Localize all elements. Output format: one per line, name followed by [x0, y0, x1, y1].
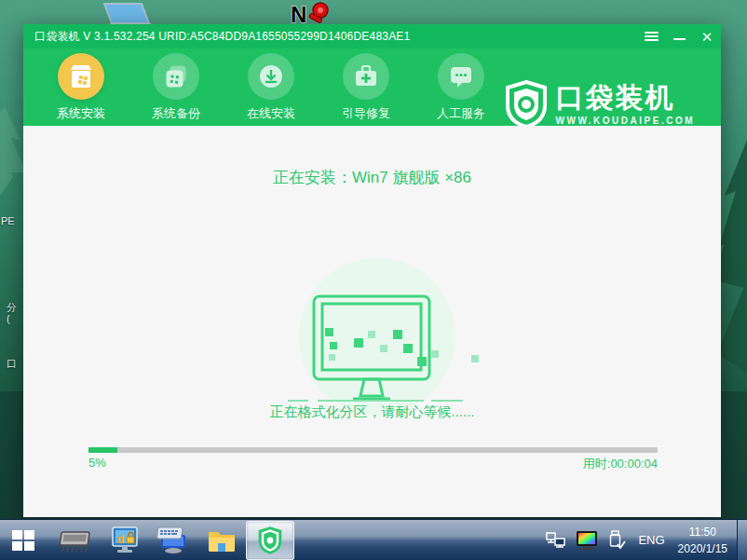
partition-tool-icon: d [109, 526, 141, 555]
svg-text:N: N [291, 2, 306, 27]
minimize-button[interactable] [665, 24, 693, 48]
show-desktop-button[interactable] [737, 520, 747, 560]
file-explorer-icon [206, 526, 238, 554]
memory-chip-icon [60, 526, 93, 554]
taskbar-app-onscreen-keyboard[interactable] [149, 522, 197, 559]
nav-label: 在线安装 [247, 105, 295, 122]
nav-label: 引导修复 [342, 105, 390, 122]
nav-item-system-backup[interactable]: 系统备份 [129, 53, 223, 122]
progress-fill [88, 447, 117, 453]
screen: N PE 分 ( 口 口袋装机 V 3.1.532.254 URID:A5C84… [0, 0, 747, 560]
taskbar: d [0, 519, 747, 560]
monitor-install-illustration [299, 258, 455, 415]
menu-icon [645, 30, 659, 43]
desktop-label-fragment: PE [1, 215, 15, 226]
taskbar-app-file-explorer[interactable] [197, 522, 246, 559]
status-text: 正在格式化分区，请耐心等候...... [23, 403, 721, 421]
taskbar-clock[interactable]: 11:50 2020/1/15 [678, 524, 727, 557]
desktop-label-fragment: 口 [7, 357, 17, 371]
install-box-icon [58, 53, 104, 100]
nav-label: 系统安装 [57, 105, 105, 122]
progress-bar [88, 447, 658, 453]
menu-button[interactable] [637, 24, 665, 48]
taskbar-app-partition-tool[interactable]: d [101, 522, 149, 559]
nav-label: 系统备份 [152, 105, 200, 122]
main-content: 正在安装：Win7 旗舰版 ×86 [23, 126, 721, 517]
shield-logo-icon [506, 80, 547, 129]
backup-windows-icon [153, 53, 199, 100]
desktop-label-fragment: ( [7, 313, 10, 324]
chat-bubble-icon [438, 53, 484, 100]
brand-logo: 口袋装机 WWW.KOUDAIPE.COM [506, 80, 695, 129]
elapsed-time: 用时:00:00:04 [583, 456, 658, 472]
minimize-icon [673, 38, 686, 40]
download-circle-icon [248, 53, 294, 100]
clock-time: 11:50 [678, 524, 727, 540]
svg-text:d: d [117, 533, 124, 546]
install-heading: 正在安装：Win7 旗舰版 ×86 [23, 167, 721, 188]
nav-item-system-install[interactable]: 系统安装 [34, 53, 128, 122]
close-button[interactable]: ✕ [693, 24, 721, 48]
nav-band: 系统安装 [23, 48, 721, 126]
display-color-tray-button[interactable] [576, 530, 598, 551]
brand-url: WWW.KOUDAIPE.COM [556, 116, 695, 126]
onscreen-keyboard-icon [156, 526, 190, 555]
window-title: 口袋装机 V 3.1.532.254 URID:A5C84DD9A1655055… [23, 29, 410, 45]
taskbar-app-memory[interactable] [52, 522, 101, 559]
pocket-installer-shield-icon [256, 526, 284, 555]
nav-label: 人工服务 [437, 105, 485, 122]
taskbar-app-pocket-installer[interactable] [246, 521, 294, 560]
window-titlebar[interactable]: 口袋装机 V 3.1.532.254 URID:A5C84DD9A1655055… [23, 24, 721, 48]
display-color-icon [576, 530, 598, 551]
usb-icon [607, 530, 626, 551]
nav-item-boot-repair[interactable]: 引导修复 [319, 53, 413, 122]
nav-item-human-service[interactable]: 人工服务 [414, 53, 508, 122]
brand-name: 口袋装机 [556, 84, 695, 112]
repair-kit-icon [343, 53, 389, 100]
windows-start-icon [11, 528, 35, 553]
network-tray-button[interactable] [546, 531, 566, 550]
network-icon [546, 531, 566, 550]
nav-item-online-install[interactable]: 在线安装 [224, 53, 318, 122]
progress-percent: 5% [88, 456, 106, 472]
installer-window: 口袋装机 V 3.1.532.254 URID:A5C84DD9A1655055… [23, 24, 721, 517]
start-button[interactable] [2, 522, 45, 559]
close-icon: ✕ [701, 30, 713, 44]
usb-tray-button[interactable] [607, 530, 626, 551]
language-indicator[interactable]: ENG [638, 533, 664, 547]
clock-date: 2020/1/15 [678, 540, 727, 557]
